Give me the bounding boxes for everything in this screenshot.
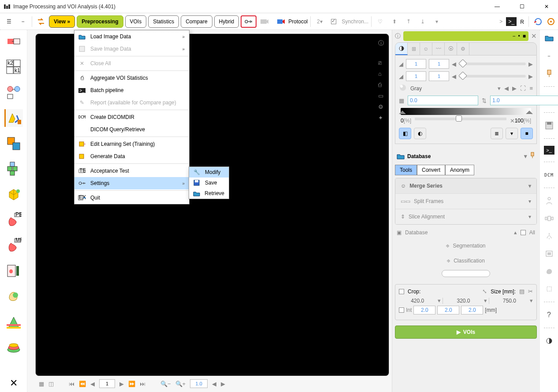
pin-icon[interactable] <box>530 152 535 160</box>
colormap-next-icon[interactable]: ▶ <box>512 85 517 92</box>
pct-slider[interactable] <box>415 118 506 120</box>
int-checkbox[interactable] <box>399 307 404 313</box>
menu-acceptance-test[interactable]: TEST Acceptance Test <box>74 165 189 177</box>
module-icon-atlas[interactable] <box>4 339 23 357</box>
panel-tab-chart[interactable]: 〰 <box>432 43 445 55</box>
menu-create-dicomdir[interactable]: DCM Create DICOMDIR <box>74 111 189 123</box>
gear-icon[interactable]: ⚙ <box>378 104 391 110</box>
all-checkbox[interactable] <box>521 230 526 235</box>
slice2-b-input[interactable] <box>429 71 449 81</box>
crop-icon[interactable] <box>543 283 555 295</box>
brain-icon[interactable] <box>543 266 555 277</box>
screenshot-icon[interactable]: ⎚ <box>378 59 391 66</box>
range-min-input[interactable] <box>408 96 478 105</box>
prev-group-icon[interactable]: ⏪ <box>79 381 86 387</box>
menu-load-image[interactable]: Load Image Data» <box>74 30 189 43</box>
slider-left-icon[interactable]: ◀ <box>452 73 456 80</box>
module-icon-fusion[interactable] <box>4 135 23 152</box>
tab-vois[interactable]: VOIs <box>125 15 147 28</box>
dropdown-icon[interactable]: ▾ <box>431 15 443 28</box>
menu-dicom-qr[interactable]: DICOM Query/Retrieve <box>74 123 189 136</box>
menu-generate-data[interactable]: Generate Data <box>74 150 189 163</box>
refresh-icon[interactable] <box>533 17 543 26</box>
magnify-icon[interactable]: ✦ <box>378 115 391 121</box>
r-button[interactable]: R <box>520 18 524 26</box>
last-icon[interactable]: ⏭ <box>140 381 145 387</box>
int-x-input[interactable] <box>413 306 435 314</box>
preset-btn-5[interactable]: ■ <box>521 128 533 139</box>
collapse-icon[interactable]: − <box>543 50 555 62</box>
sync-checkbox[interactable] <box>327 15 340 28</box>
tab-preprocessing[interactable]: Preprocessing <box>77 15 123 28</box>
help-icon[interactable]: ? <box>543 309 555 321</box>
db-dropdown-icon[interactable]: ▾ <box>524 153 527 159</box>
submenu-modify[interactable]: 🔧 Modify <box>189 167 229 178</box>
module-icon-1[interactable] <box>4 33 23 50</box>
frames-icon[interactable] <box>543 213 555 224</box>
menu-quit[interactable]: EXIT Quit <box>74 192 189 204</box>
movie-icon[interactable]: ▭ <box>378 92 391 99</box>
crop-tool-icon[interactable]: ✂ <box>528 288 533 295</box>
slice1-a-input[interactable] <box>406 59 426 69</box>
tool-icon[interactable]: ⌂ <box>378 70 391 77</box>
person-icon[interactable] <box>543 195 555 207</box>
tab-compare[interactable]: Compare <box>181 15 212 28</box>
menu-edit-learning[interactable]: Edit Learning Set (Training) <box>74 138 189 150</box>
up-arrow-icon[interactable]: ▴ <box>514 229 517 236</box>
pct-x-icon[interactable]: ✕ <box>510 118 515 124</box>
module-icon-3d[interactable] <box>4 186 23 203</box>
slider-right-icon[interactable]: ▶ <box>528 61 533 67</box>
first-icon[interactable]: ⏮ <box>69 381 74 387</box>
slice2-a-input[interactable] <box>406 71 426 81</box>
module-icon-cardiac[interactable] <box>4 263 23 280</box>
menu-aggregate-voi[interactable]: ⎙ Aggregate VOI Statistics <box>74 72 189 84</box>
slider1-track[interactable] <box>459 63 526 65</box>
print-icon[interactable]: ⎙ <box>378 81 391 88</box>
zoom-out-icon[interactable]: 🔍− <box>160 381 171 387</box>
maximize-button[interactable]: ☐ <box>514 2 530 11</box>
module-icon-pet[interactable]: PET <box>4 211 23 229</box>
db-tab-convert[interactable]: Convert <box>417 165 445 175</box>
collapse-icon[interactable]: − <box>17 15 29 28</box>
next-icon[interactable]: ▶ <box>119 381 124 387</box>
info-icon[interactable]: ⓘ <box>395 32 401 40</box>
min-dash-icon[interactable]: − <box>513 33 516 39</box>
colormap-prev-icon[interactable]: ◀ <box>504 85 509 92</box>
pin-icon[interactable] <box>543 68 555 79</box>
next-group-icon[interactable]: ⏩ <box>128 381 135 387</box>
tab-view[interactable]: View » <box>49 15 75 28</box>
dot-icon[interactable]: • <box>518 33 520 39</box>
tab-statistics[interactable]: Statistics <box>148 15 179 28</box>
menu-settings[interactable]: Settings» <box>74 177 189 189</box>
terminal-icon[interactable]: >_ <box>544 146 554 155</box>
module-icon-voi-active[interactable] <box>4 109 23 127</box>
menu-bars-icon[interactable]: ≡ <box>529 85 533 92</box>
square-icon[interactable]: ■ <box>523 33 526 39</box>
preset-btn-3[interactable]: ≣ <box>491 128 503 139</box>
submenu-save[interactable]: Save <box>189 178 229 188</box>
submenu-retrieve[interactable]: Retrieve <box>189 188 229 199</box>
swap-icon[interactable] <box>35 15 47 28</box>
dropdown-icon[interactable]: ▾ <box>438 297 441 304</box>
colormap-dropdown-icon[interactable]: ▾ <box>498 85 501 92</box>
save-disk-icon[interactable] <box>543 120 555 131</box>
zoom-right-icon[interactable]: ▶ <box>221 381 225 387</box>
panel-tab-person[interactable]: ☺ <box>420 43 432 55</box>
grid-icon[interactable]: ▦ <box>39 381 44 387</box>
link-icon[interactable]: ⇅ <box>482 97 487 104</box>
page-input[interactable] <box>99 379 115 388</box>
zoom-left-icon[interactable]: ◀ <box>212 381 216 387</box>
range-max-input[interactable] <box>490 96 558 105</box>
panel-tab-radio[interactable]: ⦿ <box>445 43 457 55</box>
protocol-button[interactable]: Protocol <box>277 18 308 25</box>
classification-row[interactable]: ⎆ Classification <box>395 253 537 268</box>
crop-checkbox[interactable] <box>399 289 404 294</box>
dcm-label[interactable]: DCM <box>543 169 555 181</box>
target-icon[interactable] <box>547 17 555 26</box>
module-icon-flow[interactable] <box>4 84 23 101</box>
square-icon[interactable]: ▨ <box>519 288 525 295</box>
zoom-in-icon[interactable]: 🔍+ <box>175 381 186 387</box>
colormap-label[interactable]: Gray <box>410 85 494 92</box>
preset-btn-4[interactable]: ▾ <box>506 128 518 139</box>
terminal-icon[interactable]: >_ <box>506 17 517 26</box>
